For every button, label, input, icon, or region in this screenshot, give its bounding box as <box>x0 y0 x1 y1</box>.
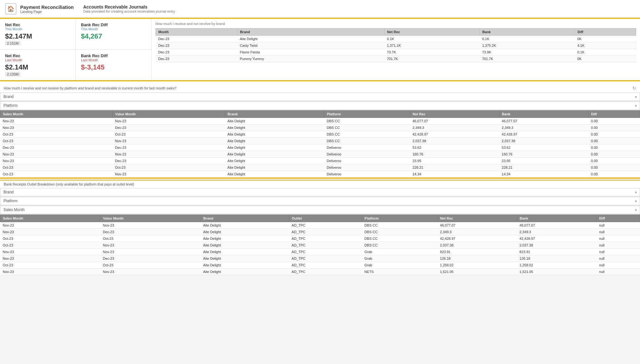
outlet-table-col-value-month: Value Month <box>101 215 201 222</box>
platform-dropdown-wrap: Platform <box>0 101 640 110</box>
app-title: Payment Reconciliation <box>20 4 74 10</box>
table-row: Oct-23Nov-23Aite DelightAD_TPCDBS CC2,03… <box>0 242 640 249</box>
net-rec-last-label: Net Rec <box>5 53 70 58</box>
bank-diff-this-value: $4,267 <box>81 32 146 40</box>
table-row: Oct-23Nov-23Aite DelightDeliveroo14.3414… <box>0 171 640 178</box>
table-row: Nov-23Dec-23Aite DelightDeliveroo23.9523… <box>0 158 640 164</box>
net-rec-this-label: Net Rec <box>5 22 70 27</box>
outlet-table-header-row: Sales MonthValue MonthBrandOutletPlatfor… <box>0 215 640 222</box>
outlet-platform-dropdown[interactable]: Platform <box>0 197 640 205</box>
outlet-table-col-bank: Bank <box>517 215 597 222</box>
net-rec-last-period: Last Month <box>5 58 70 62</box>
table-row: Oct-23Oct-23Aite DelightAD_TPCDBS CC42,4… <box>0 235 640 242</box>
brand-table-col-bank: Bank <box>479 28 575 36</box>
platform-table-col-diff: Diff <box>588 111 640 118</box>
table-row: Dec-23Pummy Yummy701.7K701.7K0K <box>156 56 636 62</box>
outlet-sales-month-dropdown[interactable]: Sales Month <box>0 206 640 214</box>
brand-table-desc: How much i receive and not receive by br… <box>155 22 636 26</box>
brand-table-col-month: Month <box>156 28 237 36</box>
bank-diff-last-period: Last Month <box>81 58 146 62</box>
outlet-table-body: Nov-23Nov-23Aite DelightAD_TPCDBS CC46,0… <box>0 222 640 275</box>
brand-table: MonthBrandNet RecBankDiff Dec-23Aite Del… <box>155 28 636 62</box>
brand-table-col-brand: Brand <box>237 28 385 36</box>
bank-diff-this-period: This Month <box>81 27 146 31</box>
kpi-section: Net Rec This Month $2.147M 2.151M Bank R… <box>0 19 640 81</box>
platform-table-col-net-rec: Net Rec <box>410 111 499 118</box>
brand-table-body: Dec-23Aite Delight0.1K0.1K0KDec-23Casty … <box>156 36 636 62</box>
platform-table-col-sales-month: Sales Month <box>0 111 113 118</box>
table-row: Oct-23Oct-23Aite DelightAD_TPCGrab1,258.… <box>0 262 640 269</box>
net-rec-this-month: Net Rec This Month $2.147M 2.151M <box>0 19 76 49</box>
outlet-table-col-brand: Brand <box>201 215 289 222</box>
platform-table-col-value-month: Value Month <box>113 111 225 118</box>
platform-table-col-platform: Platform <box>324 111 410 118</box>
kpi-cards: Net Rec This Month $2.147M 2.151M Bank R… <box>0 19 152 80</box>
outlet-table: Sales MonthValue MonthBrandOutletPlatfor… <box>0 215 640 275</box>
platform-dropdown[interactable]: Platform <box>0 101 640 110</box>
kpi-row-last-month: Net Rec Last Month $2.14M 2.135M Bank Re… <box>0 50 151 80</box>
outlet-brand-dropdown[interactable]: Brand <box>0 188 640 196</box>
platform-filter-header: How much i receive and not receive by pl… <box>0 84 640 93</box>
platform-filter-desc: How much i receive and not receive by pl… <box>4 86 176 90</box>
table-row: Nov-23Dec-23Aite DelightAD_TPCGrab126.18… <box>0 255 640 262</box>
brand-table-col-net-rec: Net Rec <box>384 28 479 36</box>
table-row: Nov-23Nov-23Aite DelightDBS CC46,077.074… <box>0 118 640 124</box>
brand-dropdown[interactable]: Brand <box>0 93 640 101</box>
outlet-table-col-sales-month: Sales Month <box>0 215 101 222</box>
journal-title: Accounts Receivable Journals <box>83 4 175 9</box>
table-row: Dec-23Casty Twist1,371.1K1,375.2K4.1K <box>156 42 636 49</box>
table-row: Dec-23Dec-23Aite DelightDeliveroo53.6253… <box>0 144 640 151</box>
bank-diff-last-value: $-3,145 <box>81 63 146 71</box>
platform-table-col-bank: Bank <box>499 111 588 118</box>
net-rec-this-badge: 2.151M <box>5 41 21 46</box>
net-rec-last-month: Net Rec Last Month $2.14M 2.135M <box>0 50 76 80</box>
outlet-table-section: Sales MonthValue MonthBrandOutletPlatfor… <box>0 215 640 275</box>
outlet-table-col-net-rec: Net Rec <box>437 215 517 222</box>
bank-diff-last-label: Bank Rec Diff <box>81 53 146 58</box>
brand-table-section: How much i receive and not receive by br… <box>152 19 640 80</box>
outlet-table-col-diff: Diff <box>597 215 640 222</box>
outlet-brand-dropdown-wrap: Brand <box>0 188 640 197</box>
table-row: Dec-23Aite Delight0.1K0.1K0K <box>156 36 636 42</box>
outlet-desc: Bank Receipts Outlet Breakdown (only ava… <box>4 182 134 186</box>
platform-table-header-row: Sales MonthValue MonthBrandPlatformNet R… <box>0 111 640 118</box>
app-title-block: Payment Reconciliation Landing Page <box>20 4 74 14</box>
platform-filter-section: How much i receive and not receive by pl… <box>0 81 640 179</box>
net-rec-this-period: This Month <box>5 27 70 31</box>
platform-table-col-brand: Brand <box>225 111 324 118</box>
header: 🏠 Payment Reconciliation Landing Page Ac… <box>0 0 640 19</box>
journal-desc: Data provided for creating account recei… <box>83 9 175 13</box>
outlet-table-col-outlet: Outlet <box>289 215 362 222</box>
bank-diff-this-month: Bank Rec Diff This Month $4,267 <box>76 19 151 49</box>
app-subtitle: Landing Page <box>20 10 74 14</box>
table-row: Nov-23Dec-23Aite DelightAD_TPCDBS CC2,34… <box>0 229 640 235</box>
table-row: Nov-23Nov-23Aite DelightDeliveroo160.761… <box>0 151 640 158</box>
table-row: Oct-23Nov-23Aite DelightDBS CC2,037.382,… <box>0 138 640 144</box>
net-rec-this-value: $2.147M <box>5 32 70 40</box>
brand-table-header-row: MonthBrandNet RecBankDiff <box>156 28 636 36</box>
kpi-row-this-month: Net Rec This Month $2.147M 2.151M Bank R… <box>0 19 151 50</box>
net-rec-last-badge: 2.135M <box>5 72 21 76</box>
outlet-sales-month-dropdown-wrap: Sales Month <box>0 206 640 215</box>
outlet-platform-dropdown-wrap: Platform <box>0 197 640 206</box>
brand-dropdown-wrap: Brand <box>0 93 640 101</box>
bank-diff-last-month: Bank Rec Diff Last Month $-3,145 <box>76 50 151 80</box>
table-row: Nov-23Nov-23Aite DelightAD_TPCNETS1,521.… <box>0 269 640 275</box>
platform-table-body: Nov-23Nov-23Aite DelightDBS CC46,077.074… <box>0 118 640 178</box>
table-row: Nov-23Nov-23Aite DelightAD_TPCGrab823.91… <box>0 249 640 255</box>
brand-table-col-diff: Diff <box>575 28 636 36</box>
table-row: Dec-23Flavor Fiesta73.7K73.9K0.1K <box>156 49 636 56</box>
refresh-icon[interactable]: ↻ <box>632 86 636 91</box>
platform-table-section: Sales MonthValue MonthBrandPlatformNet R… <box>0 110 640 178</box>
table-row: Oct-23Oct-23Aite DelightDBS CC42,428.974… <box>0 131 640 138</box>
outlet-breakdown-section: Bank Receipts Outlet Breakdown (only ava… <box>0 180 640 275</box>
outlet-filter-header: Bank Receipts Outlet Breakdown (only ava… <box>0 180 640 188</box>
net-rec-last-value: $2.14M <box>5 63 70 71</box>
bank-diff-this-label: Bank Rec Diff <box>81 22 146 27</box>
platform-table: Sales MonthValue MonthBrandPlatformNet R… <box>0 110 640 178</box>
table-row: Nov-23Nov-23Aite DelightAD_TPCDBS CC46,0… <box>0 222 640 229</box>
journal-section-header: Accounts Receivable Journals Data provid… <box>83 4 175 13</box>
table-row: Nov-23Dec-23Aite DelightDBS CC2,349.32,3… <box>0 124 640 131</box>
outlet-table-col-platform: Platform <box>362 215 437 222</box>
home-icon: 🏠 <box>5 3 16 15</box>
